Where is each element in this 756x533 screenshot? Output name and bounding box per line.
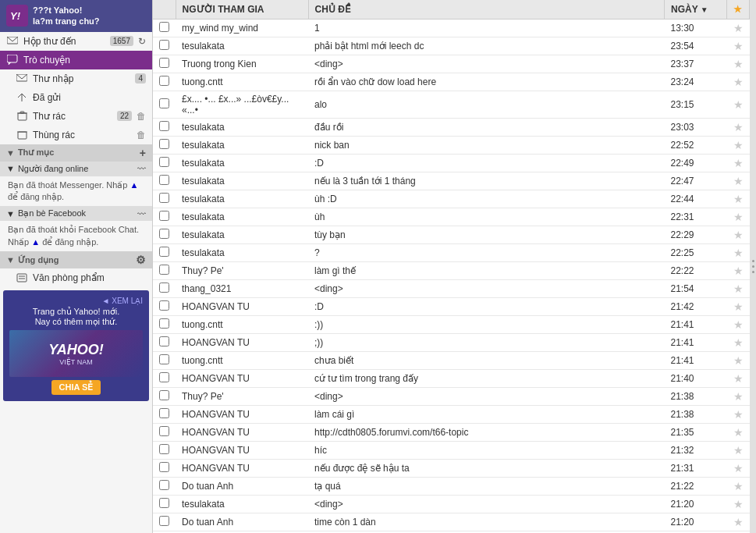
row-checkbox[interactable] (159, 426, 169, 436)
sidebar-item-van-phong[interactable]: Văn phòng phẩm (0, 268, 152, 287)
row-checkbox[interactable] (159, 40, 169, 50)
table-row[interactable]: my_wind my_wind113:30★ (153, 20, 750, 37)
row-star[interactable]: ★ (727, 496, 750, 513)
row-subject[interactable]: làm gì thế (308, 262, 665, 280)
row-user[interactable]: tuong.cntt (176, 73, 308, 91)
online-login-link[interactable]: ▲ (130, 180, 139, 190)
row-subject[interactable]: ùh (308, 208, 665, 226)
row-subject[interactable]: <ding> (308, 280, 665, 298)
row-checkbox[interactable] (159, 408, 169, 418)
sidebar-item-thu-nhap[interactable]: Thư nhập 4 (0, 69, 152, 88)
row-user[interactable]: Truong trong Kien (176, 55, 308, 73)
row-subject[interactable]: :D (308, 298, 665, 316)
row-subject[interactable]: cứ tư tìm trong trang đấy (308, 370, 665, 388)
row-checkbox[interactable] (159, 139, 169, 149)
row-checkbox[interactable] (159, 157, 169, 167)
row-subject[interactable]: <ding> (308, 55, 665, 73)
facebook-login-link[interactable]: ▲ (31, 237, 40, 247)
row-checkbox[interactable] (159, 480, 169, 490)
row-subject[interactable]: rồi ẩn vào chữ dow load here (308, 73, 665, 91)
table-row[interactable]: tesulakata<ding>21:20★ (153, 496, 750, 513)
row-star[interactable]: ★ (727, 137, 750, 155)
row-user[interactable]: HOANGVAN TU (176, 370, 308, 388)
row-subject[interactable]: phải bật html mới leech dc (308, 37, 665, 55)
table-row[interactable]: tesulakatanick ban22:52★ (153, 137, 750, 155)
table-row[interactable]: £x.... •... £x...» ...£òv€£y... «...•alo… (153, 91, 750, 119)
row-checkbox[interactable] (159, 98, 169, 108)
row-star[interactable]: ★ (727, 262, 750, 280)
row-user[interactable]: tesulakata (176, 496, 308, 513)
row-checkbox[interactable] (159, 354, 169, 364)
table-row[interactable]: tesulakatanếu là 3 tuần tới 1 tháng22:47… (153, 172, 750, 190)
table-row[interactable]: tesulakataùh :D22:44★ (153, 190, 750, 208)
row-subject[interactable]: ? (308, 244, 665, 262)
row-user[interactable]: thang_0321 (176, 280, 308, 298)
row-subject[interactable]: nếu là 3 tuần tới 1 tháng (308, 172, 665, 190)
section-online[interactable]: ▼ Người đang online 〰 (0, 162, 152, 176)
row-star[interactable]: ★ (727, 316, 750, 334)
row-subject[interactable]: :D (308, 155, 665, 172)
row-star[interactable]: ★ (727, 91, 750, 119)
promo-yahoo-box[interactable]: ◄ XEM LẠI Trang chủ Yahoo! mới. Nay có t… (3, 290, 149, 401)
row-user[interactable]: tesulakata (176, 172, 308, 190)
add-thu-muc-icon[interactable]: + (140, 147, 146, 159)
row-star[interactable]: ★ (727, 424, 750, 442)
row-user[interactable]: my_wind my_wind (176, 20, 308, 37)
table-row[interactable]: tesulakata:D22:49★ (153, 155, 750, 172)
row-user[interactable]: £x.... •... £x...» ...£òv€£y... «...• (176, 91, 308, 119)
row-star[interactable]: ★ (727, 352, 750, 370)
row-user[interactable]: Thuy? Pe' (176, 388, 308, 406)
row-subject[interactable]: :)) (308, 316, 665, 334)
table-row[interactable]: HOANGVAN TUlàm cái gì21:38★ (153, 406, 750, 424)
row-checkbox[interactable] (159, 193, 169, 203)
row-user[interactable]: Do tuan Anh (176, 513, 308, 531)
table-row[interactable]: tuong.cnttchưa biết21:41★ (153, 352, 750, 370)
row-star[interactable]: ★ (727, 208, 750, 226)
row-subject[interactable]: time còn 1 dàn (308, 513, 665, 531)
row-checkbox[interactable] (159, 58, 169, 68)
row-user[interactable]: HOANGVAN TU (176, 298, 308, 316)
row-star[interactable]: ★ (727, 172, 750, 190)
resize-handle[interactable] (750, 0, 756, 533)
row-star[interactable]: ★ (727, 155, 750, 172)
row-user[interactable]: HOANGVAN TU (176, 442, 308, 460)
row-subject[interactable]: làm cái gì (308, 406, 665, 424)
row-subject[interactable]: đầu rồi (308, 119, 665, 137)
row-checkbox[interactable] (159, 175, 169, 185)
row-star[interactable]: ★ (727, 20, 750, 37)
table-row[interactable]: HOANGVAN TUhíc21:32★ (153, 442, 750, 460)
row-subject[interactable]: <ding> (308, 496, 665, 513)
row-star[interactable]: ★ (727, 55, 750, 73)
sidebar-item-chat[interactable]: Trò chuyện (0, 51, 152, 69)
row-checkbox[interactable] (159, 211, 169, 221)
row-star[interactable]: ★ (727, 334, 750, 352)
table-row[interactable]: Truong trong Kien<ding>23:37★ (153, 55, 750, 73)
row-subject[interactable]: tạ quá (308, 478, 665, 496)
section-thu-muc[interactable]: ▼ Thư mục + (0, 144, 152, 162)
row-user[interactable]: tesulakata (176, 119, 308, 137)
row-star[interactable]: ★ (727, 406, 750, 424)
table-row[interactable]: tesulakataphải bật html mới leech dc23:5… (153, 37, 750, 55)
delete-thung-icon[interactable]: 🗑 (137, 130, 146, 140)
table-row[interactable]: tesulakatatùy bạn22:29★ (153, 226, 750, 244)
table-row[interactable]: Thuy? Pe'làm gì thế22:22★ (153, 262, 750, 280)
table-row[interactable]: Do tuan Anhtime còn 1 dàn21:20★ (153, 513, 750, 531)
row-star[interactable]: ★ (727, 73, 750, 91)
table-row[interactable]: Thuy? Pe'<ding>21:38★ (153, 388, 750, 406)
row-subject[interactable]: ùh :D (308, 190, 665, 208)
row-checkbox[interactable] (159, 336, 169, 346)
gear-ung-dung-icon[interactable]: ⚙ (136, 254, 146, 266)
row-user[interactable]: tesulakata (176, 244, 308, 262)
row-star[interactable]: ★ (727, 298, 750, 316)
row-star[interactable]: ★ (727, 280, 750, 298)
table-row[interactable]: HOANGVAN TUcứ tư tìm trong trang đấy21:4… (153, 370, 750, 388)
yahoo-header[interactable]: Y! ???t Yahoo! la?m trang chu? (0, 0, 152, 32)
table-row[interactable]: tesulakatađầu rồi23:03★ (153, 119, 750, 137)
section-facebook[interactable]: ▼ Bạn bè Facebook 〰 (0, 206, 152, 221)
row-user[interactable]: tuong.cntt (176, 352, 308, 370)
row-subject[interactable]: nếu được đệ sẽ hậu ta (308, 460, 665, 478)
row-star[interactable]: ★ (727, 513, 750, 531)
sidebar-item-thung-rac[interactable]: Thùng rác 🗑 (0, 126, 152, 144)
row-checkbox[interactable] (159, 462, 169, 472)
row-checkbox[interactable] (159, 76, 169, 86)
